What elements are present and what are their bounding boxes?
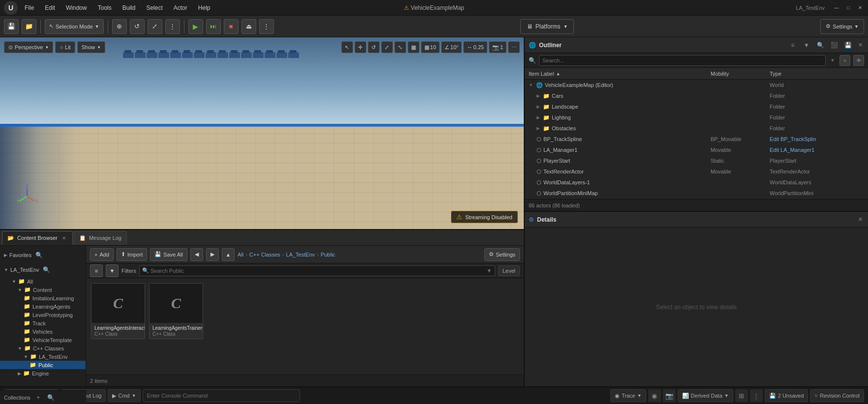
perspective-button[interactable]: ⊙ Perspective ▼ xyxy=(4,41,53,53)
tree-public[interactable]: 📁 Public xyxy=(0,361,86,369)
outliner-row-cars[interactable]: ▶ 📁 Cars Folder xyxy=(525,90,868,101)
play-options-button[interactable]: ⏭ xyxy=(206,19,221,34)
manager-edit-link[interactable]: Edit LA_Manager1 xyxy=(770,147,814,153)
outliner-filter-toggle[interactable]: ▼ xyxy=(829,57,837,64)
tree-content[interactable]: ▼ 📁 Content xyxy=(0,286,86,294)
outliner-save-btn[interactable]: 💾 xyxy=(842,40,853,51)
trace-button[interactable]: ◉ Trace ▼ xyxy=(610,389,646,402)
search-dropdown-btn[interactable]: ▼ xyxy=(485,267,493,275)
search-input[interactable] xyxy=(139,265,495,276)
platforms-button[interactable]: 🖥 Platforms ▼ xyxy=(520,19,574,34)
console-input[interactable] xyxy=(143,389,300,402)
close-button[interactable]: ✕ xyxy=(856,4,864,12)
lighting-expand[interactable]: ▶ xyxy=(537,115,540,120)
filter-options-btn[interactable]: ≡ xyxy=(90,264,103,277)
outliner-row-obstacles[interactable]: ▶ 📁 Obstacles Folder xyxy=(525,123,868,134)
outliner-row-trackspline[interactable]: ⬡ BP_TrackSpline BP_Movable Edit BP_Trac… xyxy=(525,134,868,144)
unreal-logo[interactable]: U xyxy=(4,1,18,15)
viewport-options-btn[interactable]: ⋯ xyxy=(508,41,520,53)
save-all-button[interactable]: 💾 Save All xyxy=(150,248,187,261)
status-icon-1[interactable]: ◉ xyxy=(648,389,661,402)
tree-vehicles[interactable]: 📁 Vehicles xyxy=(0,327,86,336)
outliner-add-btn[interactable]: + xyxy=(839,55,850,66)
tab-content-browser[interactable]: 📂 Content Browser ✕ xyxy=(2,231,73,245)
translate-icon-btn[interactable]: ✛ xyxy=(355,41,366,53)
tree-all[interactable]: ▼ 📁 All xyxy=(0,277,86,286)
cmd-button[interactable]: ▶ Cmd ▼ xyxy=(108,389,140,402)
level-filter-btn[interactable]: Level xyxy=(498,265,520,276)
outliner-col-type[interactable]: Type xyxy=(768,71,866,77)
rotate-icon-btn[interactable]: ↺ xyxy=(368,41,380,53)
status-icon-2[interactable]: 📷 xyxy=(663,389,676,402)
landscape-expand[interactable]: ▶ xyxy=(537,104,540,109)
import-button[interactable]: ⬆ Import xyxy=(117,248,147,261)
minimize-button[interactable]: — xyxy=(833,4,840,12)
maximize-icon-btn[interactable]: ⤡ xyxy=(394,41,406,53)
scale-value-btn[interactable]: ↔ 0.25 xyxy=(463,41,487,53)
menu-select[interactable]: Select xyxy=(141,3,167,12)
maximize-button[interactable]: □ xyxy=(844,4,852,12)
favorites-search-icon[interactable]: 🔍 xyxy=(33,250,44,260)
outliner-filter-dropdown-btn[interactable]: ▼ xyxy=(801,40,812,51)
angle-value-btn[interactable]: ∠ 10° xyxy=(441,41,462,53)
tree-track[interactable]: 📁 Track xyxy=(0,319,86,327)
outliner-row-playerstart[interactable]: ⬡ PlayerStart Static PlayerStart xyxy=(525,155,868,166)
tab-message-log[interactable]: 📋 Message Log xyxy=(74,231,127,245)
cb-settings-button[interactable]: ⚙ Settings xyxy=(484,248,520,261)
revision-control-button[interactable]: ⑂ Revision Control xyxy=(810,389,864,402)
play-button[interactable]: ▶ xyxy=(188,19,203,34)
la-search-icon[interactable]: 🔍 xyxy=(41,264,52,275)
breadcrumb-all[interactable]: All xyxy=(238,252,243,258)
transform-options-button[interactable]: ⋮ xyxy=(165,19,180,34)
menu-build[interactable]: Build xyxy=(118,3,141,12)
cb-forward-btn[interactable]: ▶ xyxy=(206,248,219,261)
outliner-search-btn[interactable]: 🔍 xyxy=(815,40,826,51)
eject-button[interactable]: ⏏ xyxy=(241,19,256,34)
settings-button[interactable]: ⚙ Settings ▼ xyxy=(820,19,864,34)
menu-file[interactable]: File xyxy=(20,3,39,12)
outliner-col-mobility[interactable]: Mobility xyxy=(709,71,768,77)
cb-up-btn[interactable]: ▲ xyxy=(222,248,235,261)
breadcrumb-public[interactable]: Public xyxy=(321,252,335,258)
trackspline-edit-link[interactable]: Edit BP_TrackSplin xyxy=(770,136,816,142)
menu-actor[interactable]: Actor xyxy=(169,3,192,12)
save-button[interactable]: 💾 xyxy=(4,19,19,34)
tree-la-testenv[interactable]: ▼ 📁 LA_TestEnv xyxy=(0,352,86,361)
lit-button[interactable]: ○ Lit xyxy=(55,41,75,53)
menu-window[interactable]: Window xyxy=(61,3,92,12)
viewport[interactable]: ⊙ Perspective ▼ ○ Lit Show ▼ ↖ ✛ ↺ ⤢ xyxy=(0,37,524,229)
menu-edit[interactable]: Edit xyxy=(40,3,60,12)
menu-tools[interactable]: Tools xyxy=(93,3,117,12)
add-button[interactable]: + Add xyxy=(90,248,114,261)
surface-icon-btn[interactable]: ▦ xyxy=(408,41,419,53)
tree-imitation-learning[interactable]: 📁 ImitationLearning xyxy=(0,294,86,302)
cars-expand[interactable]: ▶ xyxy=(537,93,540,98)
unsaved-button[interactable]: 💾 2 Unsaved xyxy=(765,389,808,402)
outliner-filter-btn[interactable]: ≡ xyxy=(787,40,798,51)
outliner-row-worldpartition[interactable]: ⬡ WorldPartitionMiniMap WorldPartitionMi… xyxy=(525,188,868,199)
favorites-header[interactable]: ▶ Favorites 🔍 xyxy=(0,248,86,262)
outliner-row-lighting[interactable]: ▶ 📁 Lighting Folder xyxy=(525,112,868,123)
outliner-row-world[interactable]: ▼ 🌐 VehicleExampleMap (Editor) World xyxy=(525,80,868,90)
derived-data-button[interactable]: 📊 Derived Data ▼ xyxy=(678,389,733,402)
tree-cpp-classes[interactable]: ▼ 📁 C++ Classes xyxy=(0,344,86,352)
selection-mode-button[interactable]: ↖ Selection Mode ▼ xyxy=(45,19,104,34)
outliner-row-manager[interactable]: ⬡ LA_Manager1 Movable Edit LA_Manager1 xyxy=(525,144,868,155)
more-options-btn[interactable]: ⋮ xyxy=(750,389,763,402)
asset-interactor-car[interactable]: C LearningAgentsInteractorCar C++ Class xyxy=(91,283,145,339)
scale-icon-btn[interactable]: ⤢ xyxy=(381,41,393,53)
grid-value-btn[interactable]: ▦ 10 xyxy=(421,41,440,53)
asset-trainer-car[interactable]: C LearningAgentsTrainerCar C++ Class xyxy=(149,283,203,339)
world-expand[interactable]: ▼ xyxy=(529,83,533,87)
scale-button[interactable]: ⤢ xyxy=(148,19,162,34)
filter-dropdown-btn[interactable]: ▼ xyxy=(106,264,119,277)
menu-help[interactable]: Help xyxy=(193,3,215,12)
details-close-btn[interactable]: ✕ xyxy=(856,216,864,224)
select-mode-icon-btn[interactable]: ↖ xyxy=(341,41,353,53)
grid-settings-btn[interactable]: ⊞ xyxy=(735,389,748,402)
outliner-row-worlddata[interactable]: ⬡ WorldDataLayers-1 WorldDataLayers xyxy=(525,177,868,188)
breadcrumb-cpp-classes[interactable]: C++ Classes xyxy=(249,252,280,258)
outliner-options-btn[interactable]: ⬛ xyxy=(829,40,839,51)
show-button[interactable]: Show ▼ xyxy=(77,41,105,53)
tree-learning-agents[interactable]: 📁 LearningAgents xyxy=(0,302,86,311)
